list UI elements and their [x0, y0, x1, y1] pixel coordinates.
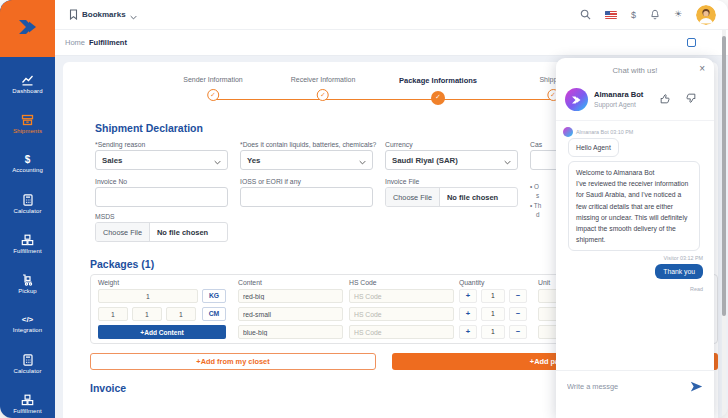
brand-logo[interactable]: [0, 0, 55, 57]
accounting-icon: $: [25, 155, 31, 165]
topbar-icons: $ ☀: [580, 5, 728, 25]
dimension-input[interactable]: [132, 307, 162, 321]
quantity-increase-button[interactable]: +: [459, 289, 477, 303]
close-icon[interactable]: ×: [699, 63, 705, 74]
dashboard-icon: [21, 74, 34, 86]
choose-file-button[interactable]: Choose File: [386, 188, 440, 206]
sidebar-item-shipments[interactable]: Shipments: [0, 104, 55, 144]
theme-icon[interactable]: ☀: [674, 10, 682, 19]
page-scrollbar[interactable]: [722, 30, 726, 418]
sidebar-item-calculator-2[interactable]: Calculator: [0, 344, 55, 384]
hs-code-input[interactable]: [349, 307, 454, 321]
sidebar-item-accounting[interactable]: $ Accounting: [0, 144, 55, 184]
currency-label: Currency: [385, 141, 518, 148]
sidebar-item-label: Calculator: [13, 368, 41, 374]
currency-select[interactable]: Saudi Riyal (SAR): [385, 150, 518, 170]
quantity-decrease-button[interactable]: −: [509, 289, 527, 303]
step-sender-information[interactable]: Sender Information ✓: [183, 76, 243, 101]
step-receiver-information[interactable]: Receiver Information ✓: [291, 76, 356, 101]
add-content-button[interactable]: +Add Content: [98, 325, 226, 339]
sidebar-item-dashboard[interactable]: Dashboard: [0, 64, 55, 104]
sidebar-item-calculator[interactable]: Calculator: [0, 184, 55, 224]
agent-name: Almanara Bot: [594, 90, 643, 99]
topbar: Bookmarks $ ☀: [55, 0, 728, 30]
currency-icon[interactable]: $: [631, 10, 636, 20]
quantity-decrease-button[interactable]: −: [509, 307, 527, 321]
step-check-icon: ✓: [317, 89, 329, 101]
quantity-value: 1: [481, 289, 505, 303]
agent-role: Support Agent: [594, 101, 636, 108]
add-from-closet-button[interactable]: +Add from my closet: [90, 353, 376, 370]
invoice-file-label: Invoice File: [385, 178, 518, 185]
integration-icon: </>: [22, 315, 34, 325]
content-input[interactable]: [238, 325, 343, 339]
contains-select[interactable]: Yes: [240, 150, 373, 170]
bookmarks-label: Bookmarks: [82, 10, 126, 19]
content-input[interactable]: [238, 289, 343, 303]
step-package-informations[interactable]: Package Informations ✓: [399, 76, 477, 105]
breadcrumb-bar: Home Fulfillment: [55, 30, 728, 56]
weight-input[interactable]: [98, 289, 198, 303]
chat-input-bar: [556, 370, 714, 402]
sending-reason-select[interactable]: Sales: [95, 150, 228, 170]
calculator-icon: [22, 194, 34, 206]
choose-file-button[interactable]: Choose File: [96, 223, 150, 241]
quantity-decrease-button[interactable]: −: [509, 325, 527, 339]
bookmarks-menu[interactable]: Bookmarks: [69, 6, 137, 24]
invoice-no-label: Invoice No: [95, 178, 228, 185]
send-icon[interactable]: [689, 380, 704, 393]
col-header-content: Content: [238, 279, 262, 286]
invoice-title: Invoice: [90, 382, 126, 394]
quantity-value: 1: [481, 325, 505, 339]
sidebar-item-label: Fulfillment: [13, 408, 41, 414]
sidebar-item-label: Pickup: [18, 288, 37, 294]
sidebar-item-pickup[interactable]: Pickup: [0, 264, 55, 304]
pickup-icon: [21, 274, 34, 286]
user-avatar[interactable]: [696, 5, 716, 25]
sidebar-item-integration[interactable]: </> Integration: [0, 304, 55, 344]
content-input[interactable]: [238, 307, 343, 321]
invoice-file-input[interactable]: Choose File No file chosen: [385, 187, 518, 207]
visitor-message: Thank you: [655, 264, 703, 279]
brand-arrow-icon: [15, 15, 41, 43]
thumbs-down-icon[interactable]: [684, 91, 697, 109]
bot-message: Welcome to Almanara Bot I've reviewed th…: [568, 161, 700, 251]
notifications-icon[interactable]: [650, 6, 660, 24]
shipments-icon: [21, 114, 34, 126]
dimension-input[interactable]: [98, 307, 128, 321]
bot-message-meta: Almanara Bot 03:10 PM: [576, 129, 633, 135]
sidebar-item-fulfillment-2[interactable]: Fulfillment: [0, 384, 55, 418]
quantity-increase-button[interactable]: +: [459, 307, 477, 321]
col-header-quantity: Quantity: [459, 279, 484, 286]
expand-icon[interactable]: [687, 38, 696, 47]
dimension-unit-cm-button[interactable]: CM: [202, 307, 226, 321]
chevron-down-icon: [214, 151, 221, 169]
hs-code-input[interactable]: [349, 289, 454, 303]
calculator-icon: [22, 354, 34, 366]
invoice-no-input[interactable]: [95, 187, 228, 207]
thumbs-up-icon[interactable]: [659, 91, 672, 109]
sidebar-item-fulfillment[interactable]: Fulfillment: [0, 224, 55, 264]
quantity-increase-button[interactable]: +: [459, 325, 477, 339]
read-status: Read: [690, 286, 703, 292]
quantity-value: 1: [481, 307, 505, 321]
chat-message-input[interactable]: [556, 382, 689, 391]
weight-unit-kg-button[interactable]: KG: [202, 289, 226, 303]
app-window: Dashboard Shipments $ Accounting Calcula…: [0, 0, 728, 418]
sidebar-item-label: Accounting: [12, 167, 43, 173]
bot-message: Hello Agent: [568, 138, 619, 157]
chevron-down-icon: [130, 6, 137, 24]
hs-code-input[interactable]: [349, 325, 454, 339]
search-icon[interactable]: [580, 6, 591, 24]
dimension-input[interactable]: [166, 307, 196, 321]
sending-reason-label: *Sending reason: [95, 141, 228, 148]
ioss-input[interactable]: [240, 187, 373, 207]
fulfillment-icon: [21, 234, 34, 246]
msds-file-input[interactable]: Choose File No file chosen: [95, 222, 228, 242]
visitor-message-meta: Visitor 03:12 PM: [664, 255, 703, 261]
breadcrumb-home[interactable]: Home: [65, 38, 85, 47]
scrollbar-thumb[interactable]: [722, 36, 726, 316]
col-header-hs-code: HS Code: [349, 279, 377, 286]
packages-title: Packages (1): [90, 258, 154, 270]
us-flag-icon[interactable]: [605, 11, 617, 19]
